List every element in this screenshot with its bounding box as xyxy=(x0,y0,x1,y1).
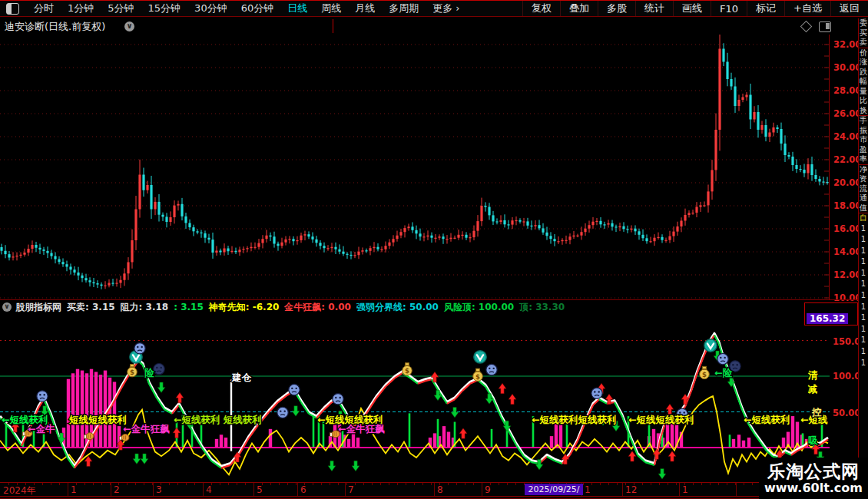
date-label-8: 8 xyxy=(437,484,443,495)
right-strip-digit: 1 xyxy=(859,335,868,346)
date-label-2: 2 xyxy=(114,484,120,495)
date-divider-2 xyxy=(153,483,154,496)
toolbar-button-0[interactable]: 复权 xyxy=(522,1,560,16)
right-strip-char: 跌 xyxy=(859,68,868,78)
diamond-icon[interactable] xyxy=(800,21,813,33)
date-label-1: 1 xyxy=(71,484,77,495)
chevron-down-icon[interactable]: ∨ xyxy=(124,21,134,31)
check-circle-icon xyxy=(474,351,486,363)
right-strip-digit: 1 xyxy=(859,223,868,235)
toolbar-button-6[interactable]: 标记 xyxy=(747,1,784,16)
svg-text:短线短线获利: 短线短线获利 xyxy=(68,414,127,425)
stock-subbar: 迪安诊断(日线.前复权) ∨ xyxy=(0,17,868,35)
money-bag-icon: $ xyxy=(403,363,412,375)
right-strip-char: 流 xyxy=(859,184,868,194)
menu-period-10[interactable]: 更多 › xyxy=(426,2,466,15)
indicator-header: ∨ 股朋指标网买卖: 3.15阻力: 3.18: 3.15神奇先知: -6.20… xyxy=(0,301,803,313)
toolbar-button-4[interactable]: 画线 xyxy=(673,1,711,16)
stock-title[interactable]: 迪安诊断(日线.前复权) xyxy=(5,20,105,34)
toolbar-button-7[interactable]: +自选 xyxy=(784,1,830,16)
price-label-11: 10.00 xyxy=(833,292,861,303)
indicator-header-seg-2: 阻力: 3.18 xyxy=(121,301,169,313)
right-strip-digit: 1 xyxy=(859,234,868,246)
date-divider-8 xyxy=(482,483,482,496)
right-strip-digit: 1 xyxy=(859,346,868,358)
menu-period-7[interactable]: 周线 xyxy=(314,2,348,15)
right-strip-char: 卖 xyxy=(859,38,868,48)
right-strip-label: 自 xyxy=(859,213,868,223)
layout-toggle-icon[interactable] xyxy=(6,3,19,15)
right-strip-char: 涨 xyxy=(859,58,868,68)
svg-text:←短线获利 短线获利: ←短线获利 短线获利 xyxy=(174,414,262,425)
indicator-header-seg-5: 金牛狂飙: 0.00 xyxy=(284,301,351,313)
right-strip-char: 值 xyxy=(859,203,868,213)
right-strip-char: 委 xyxy=(859,18,868,28)
toolbar-button-8[interactable]: 返回 xyxy=(830,1,868,16)
date-divider-6 xyxy=(345,483,346,496)
date-label-11: 12 xyxy=(625,484,637,495)
toolbar-button-1[interactable]: 叠加 xyxy=(560,1,598,16)
right-strip-digit: 1 xyxy=(859,256,868,268)
sad-face-icon xyxy=(289,384,300,395)
svg-text:←短线获利短线获利: ←短线获利短线获利 xyxy=(532,414,616,425)
price-label-3: 26.00 xyxy=(833,108,861,119)
indicator-axis-label-2: 50.00 xyxy=(833,408,860,418)
date-divider-1 xyxy=(111,483,111,496)
indicator-header-seg-4: 神奇先知: -6.20 xyxy=(209,301,280,313)
money-bag-icon: $ xyxy=(473,368,483,381)
buy-arrow-icon xyxy=(653,449,661,460)
panel-divider xyxy=(0,299,858,300)
menu-period-5[interactable]: 60分钟 xyxy=(234,2,281,15)
sad-face-icon xyxy=(37,391,48,402)
toolbar-button-3[interactable]: 统计 xyxy=(635,1,673,16)
right-strip-char: 换 xyxy=(859,106,868,116)
check-circle-icon xyxy=(704,339,717,352)
right-strip-char: 资 xyxy=(859,174,868,184)
indicator-axis: 150.0100.050.00 xyxy=(830,313,858,482)
menu-period-1[interactable]: 1分钟 xyxy=(61,2,101,15)
svg-text:$: $ xyxy=(702,371,707,378)
right-sidebar-strip[interactable]: 委买卖价涨跌幅量比换手振市盈率净资流通值自1111111111111 xyxy=(858,18,868,499)
menu-period-8[interactable]: 月线 xyxy=(348,2,382,15)
sell-arrow-icon xyxy=(141,454,148,464)
date-divider-7 xyxy=(434,483,435,496)
right-strip-char: 市 xyxy=(859,135,868,145)
sell-arrow-icon xyxy=(352,461,359,471)
svg-text:减: 减 xyxy=(807,383,818,395)
right-strip-digit: 1 xyxy=(859,312,868,324)
price-label-6: 20.00 xyxy=(833,177,861,188)
sell-arrow-icon xyxy=(133,454,141,464)
candlestick-chart[interactable] xyxy=(0,35,830,299)
price-label-5: 22.00 xyxy=(833,154,861,165)
menu-period-4[interactable]: 30分钟 xyxy=(187,2,234,15)
menu-period-6[interactable]: 日线 xyxy=(280,2,314,15)
right-strip-char: 率 xyxy=(859,154,868,164)
collapse-indicator-icon[interactable]: ∨ xyxy=(2,302,12,312)
menu-period-3[interactable]: 15分钟 xyxy=(141,2,188,15)
svg-text:清: 清 xyxy=(807,369,818,381)
indicator-header-seg-7: 风险顶: 100.00 xyxy=(444,301,514,313)
buy-arrow-icon xyxy=(173,428,181,438)
toolbar-button-2[interactable]: 多股 xyxy=(598,1,635,16)
menu-period-2[interactable]: 5分钟 xyxy=(101,2,141,15)
indicator-chart[interactable]: $$$$←短线获利短线短线获利←短线获利 短线获利←短线短线获利←短线获利短线获… xyxy=(0,313,830,482)
buy-arrow-icon xyxy=(509,394,516,405)
fist-hand-icon xyxy=(119,435,129,441)
svg-text:险: 险 xyxy=(144,367,154,378)
right-strip-char: 盈 xyxy=(859,145,868,155)
toolbar-button-5[interactable]: F10 xyxy=(711,1,747,16)
watermark-site-name: 乐淘公式网 xyxy=(767,461,860,481)
buy-arrow-icon xyxy=(628,451,636,462)
right-strip-digit: 1 xyxy=(859,268,868,279)
crosshair-date-badge: 2025/09/25/四 xyxy=(525,484,583,495)
price-label-2: 28.00 xyxy=(833,85,861,96)
price-label-0: 32.00 xyxy=(833,39,861,50)
svg-text:←短线短线获利: ←短线短线获利 xyxy=(628,414,694,425)
svg-text:←险: ←险 xyxy=(714,367,732,378)
menu-period-9[interactable]: 多周期 xyxy=(382,2,426,15)
menu-period-0[interactable]: 分时 xyxy=(27,2,61,15)
right-strip-char: 通 xyxy=(859,193,868,203)
grid-layer xyxy=(0,45,829,298)
buy-arrow-icon xyxy=(84,456,92,467)
date-axis[interactable]: 2024年12345678911212025/09/25/四 xyxy=(0,482,830,497)
